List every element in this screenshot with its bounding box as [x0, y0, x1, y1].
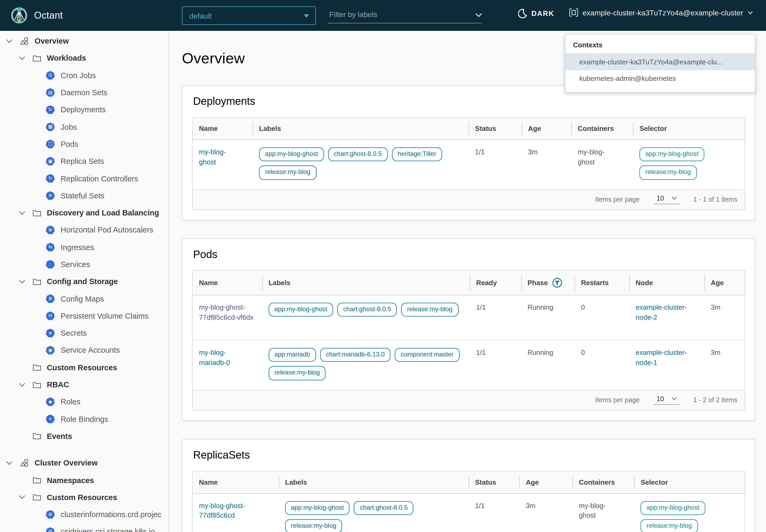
sidebar-item-services[interactable]: Services — [0, 256, 169, 273]
filter-funnel-icon[interactable] — [552, 278, 562, 288]
sidebar-item-workloads[interactable]: Workloads — [0, 50, 169, 67]
restarts-cell: 0 — [575, 340, 630, 390]
selector-tag[interactable]: app:my-blog-ghost — [640, 147, 704, 161]
table-row: my-blog-ghost-77df85c6cd app:my-blog-gho… — [193, 493, 745, 532]
page-size-select[interactable]: 10 — [653, 395, 680, 405]
folder-icon — [32, 209, 41, 217]
sidebar-item-replication-controllers[interactable]: Replication Controllers — [0, 170, 169, 187]
sidebar-item-label: Pods — [61, 140, 78, 148]
column-header-selector: Selector — [634, 471, 745, 493]
sidebar-item-secrets[interactable]: Secrets — [0, 325, 169, 342]
sidebar-item-deployments[interactable]: Deployments — [0, 101, 169, 118]
sidebar-item-cluster-overview[interactable]: Cluster Overview — [0, 454, 169, 472]
sidebar-item-clusterinformations[interactable]: clusterinformations.crd.projec — [0, 506, 169, 523]
label-tag[interactable]: app:mariadb — [269, 348, 316, 362]
deployments-pagination: Items per page 10 1 - 1 of 1 items — [193, 190, 745, 210]
node-link[interactable]: example-cluster-node-2 — [636, 303, 693, 323]
pod-link[interactable]: my-blog-mariadb-0 — [199, 348, 239, 368]
pod-icon — [46, 140, 55, 149]
sidebar-item-role-bindings[interactable]: Role Bindings — [0, 410, 169, 428]
label-tag[interactable]: app:my-blog-ghost — [269, 303, 333, 317]
selector-tag[interactable]: app:my-blog-ghost — [641, 501, 705, 515]
namespace-dropdown[interactable]: default — [182, 6, 316, 25]
sidebar-item-label: Workloads — [47, 54, 86, 63]
sidebar-item-custom-resources[interactable]: Custom Resources — [0, 359, 169, 376]
label-tag[interactable]: release:my-blog — [259, 166, 316, 180]
sidebar-item-stateful-sets[interactable]: Stateful Sets — [0, 187, 169, 204]
labels-cell: app:my-blog-ghost chart:ghost-8.0.5 heri… — [253, 140, 469, 189]
chevron-down-icon[interactable] — [18, 279, 26, 284]
chevron-down-icon[interactable] — [5, 39, 13, 43]
sidebar-item-label: Config and Storage — [47, 277, 118, 286]
sidebar-item-label: Jobs — [61, 123, 77, 131]
selector-tag[interactable]: release:my-blog — [640, 166, 697, 180]
label-tag[interactable]: chart:ghost-8.0.5 — [328, 147, 388, 161]
sidebar-item-horizontal-pod-autoscalers[interactable]: Horizontal Pod Autoscalers — [0, 222, 169, 239]
context-menu-item[interactable]: example-cluster-ka3TuTzYo4a@example-clu.… — [565, 54, 755, 70]
chevron-down-icon[interactable] — [18, 56, 26, 61]
daemonset-icon — [46, 88, 55, 97]
node-link[interactable]: example-cluster-node-1 — [636, 348, 693, 368]
selector-tag[interactable]: release:my-blog — [641, 519, 698, 532]
sidebar-item-config-and-storage[interactable]: Config and Storage — [0, 273, 169, 290]
label-tag[interactable]: component:master — [395, 348, 459, 362]
filter-chevron-down-icon[interactable] — [475, 13, 482, 18]
label-tag[interactable]: chart:mariadb-6.13.0 — [320, 348, 390, 362]
folder-icon — [32, 364, 41, 372]
chevron-down-icon[interactable] — [5, 461, 13, 465]
label-tag[interactable]: chart:ghost-8.0.5 — [354, 501, 414, 515]
age-cell: 3m — [522, 140, 571, 189]
sidebar-item-cron-jobs[interactable]: Cron Jobs — [0, 67, 169, 84]
page-size-select[interactable]: 10 — [653, 195, 680, 204]
sidebar-item-namespaces[interactable]: Namespaces — [0, 472, 169, 489]
sidebar-item-custom-resources-cluster[interactable]: Custom Resources — [0, 489, 169, 506]
label-tag[interactable]: app:my-blog-ghost — [259, 147, 324, 161]
context-label: example-cluster-ka3TuTzYo4a@example-clus… — [582, 8, 743, 17]
deployments-table-header: Name Labels Status Age Containers Select… — [193, 118, 745, 140]
label-tag[interactable]: release:my-blog — [269, 366, 326, 380]
job-icon — [46, 122, 55, 131]
age-cell: 3m — [519, 493, 572, 532]
cronjob-icon — [46, 71, 55, 80]
sidebar-item-pods[interactable]: Pods — [0, 136, 169, 153]
context-menu-item[interactable]: kubernetes-admin@kubernetes — [565, 70, 755, 87]
replicaset-link[interactable]: my-blog-ghost-77df85c6cd — [199, 501, 256, 521]
deployment-link[interactable]: my-blog-ghost — [199, 147, 239, 167]
sidebar-item-events[interactable]: Events — [0, 428, 169, 445]
sidebar-item-discovery-and-load-balancing[interactable]: Discovery and Load Balancing — [0, 204, 169, 222]
sidebar-item-config-maps[interactable]: Config Maps — [0, 290, 169, 307]
label-tag[interactable]: heritage:Tiller — [392, 147, 442, 161]
sidebar-item-rbac[interactable]: RBAC — [0, 376, 169, 393]
applications-icon — [20, 36, 29, 45]
contexts-menu-title: Contexts — [565, 39, 755, 54]
sidebar-item-replica-sets[interactable]: Replica Sets — [0, 153, 169, 170]
chevron-down-icon[interactable] — [18, 382, 26, 387]
label-filter-input[interactable] — [328, 9, 482, 23]
label-tag[interactable]: release:my-blog — [401, 303, 458, 317]
theme-toggle-button[interactable]: DARK — [518, 9, 554, 19]
octant-logo-icon — [10, 6, 28, 24]
status-cell: 1/1 — [469, 493, 519, 532]
chevron-down-icon[interactable] — [18, 495, 26, 500]
deployments-title: Deployments — [193, 95, 745, 107]
page-size-value: 10 — [657, 395, 664, 402]
label-tag[interactable]: chart:ghost-8.0.5 — [337, 303, 397, 317]
sidebar-item-persistent-volume-claims[interactable]: Persistent Volume Claims — [0, 307, 169, 325]
sidebar-item-jobs[interactable]: Jobs — [0, 118, 169, 136]
page-size-value: 10 — [657, 195, 664, 202]
folder-icon — [32, 476, 41, 484]
serviceaccount-icon — [46, 346, 55, 355]
sidebar-item-csidrivers[interactable]: csidrivers.csi.storage.k8s.io — [0, 523, 169, 532]
sidebar-item-ingresses[interactable]: Ingresses — [0, 239, 169, 256]
sidebar-item-service-accounts[interactable]: Service Accounts — [0, 342, 169, 359]
sidebar-item-overview[interactable]: Overview — [0, 32, 169, 50]
sidebar-item-daemon-sets[interactable]: Daemon Sets — [0, 84, 169, 101]
label-tag[interactable]: release:my-blog — [285, 519, 342, 532]
column-header-labels: Labels — [262, 271, 470, 295]
context-selector-button[interactable]: example-cluster-ka3TuTzYo4a@example-clus… — [569, 8, 753, 17]
chevron-down-icon[interactable] — [18, 210, 26, 215]
pod-link[interactable]: my-blog-ghost-77df85c6cd-vf6dx — [199, 303, 257, 323]
sidebar-item-roles[interactable]: Roles — [0, 393, 169, 410]
label-tag[interactable]: app:my-blog-ghost — [285, 501, 350, 515]
sidebar-item-label: Custom Resources — [47, 363, 117, 372]
